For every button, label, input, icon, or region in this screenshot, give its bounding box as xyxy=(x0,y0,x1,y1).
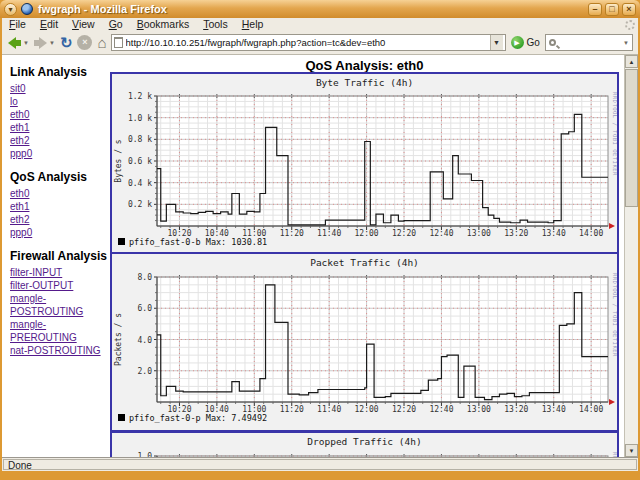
menu-edit[interactable]: Edit xyxy=(33,18,65,31)
svg-text:RRDTOOL / TOBI OETIKER: RRDTOOL / TOBI OETIKER xyxy=(612,92,617,176)
reload-button[interactable]: ↻ xyxy=(59,33,74,53)
svg-text:Packets / s: Packets / s xyxy=(114,313,123,366)
window-controls: –□× xyxy=(588,3,636,16)
dropped-traffic-graph: 1.010:2010:4011:0011:2011:4012:0012:2012… xyxy=(110,431,619,457)
search-input[interactable] xyxy=(558,38,619,48)
status-bar: Done xyxy=(2,457,638,471)
forward-arrow-icon xyxy=(39,37,47,49)
svg-text:13:20: 13:20 xyxy=(504,405,528,414)
menu-help[interactable]: Help xyxy=(235,18,271,31)
back-button[interactable]: ▼ xyxy=(7,33,30,53)
sidebar-link-ppp0[interactable]: ppp0 xyxy=(10,226,110,239)
sidebar-link-eth1[interactable]: eth1 xyxy=(10,121,110,134)
scrollbar-thumb[interactable] xyxy=(625,69,638,207)
scroll-down-button[interactable]: ▼ xyxy=(625,444,638,457)
sidebar-link-lo[interactable]: lo xyxy=(10,95,110,108)
svg-text:12:40: 12:40 xyxy=(429,229,453,238)
sidebar-link-ppp0[interactable]: ppp0 xyxy=(10,147,110,160)
maximize-button[interactable]: □ xyxy=(605,3,619,16)
svg-text:Packet Traffic (4h): Packet Traffic (4h) xyxy=(310,257,419,268)
minimize-button[interactable]: – xyxy=(588,3,602,16)
go-label: Go xyxy=(527,37,540,48)
svg-text:1.0 k: 1.0 k xyxy=(128,114,152,123)
sidebar-link-filter-input[interactable]: filter-INPUT xyxy=(10,266,110,279)
forward-button[interactable]: ▼ xyxy=(33,33,56,53)
svg-text:11:20: 11:20 xyxy=(280,229,304,238)
sidebar-link-nat-postrouting[interactable]: nat-POSTROUTING xyxy=(10,344,110,357)
sidebar-link-eth2[interactable]: eth2 xyxy=(10,213,110,226)
section-title: QoS Analysis xyxy=(10,170,110,184)
sidebar-link-mangle-prerouting[interactable]: mangle-PREROUTING xyxy=(10,318,110,344)
svg-text:0.4 k: 0.4 k xyxy=(128,179,152,188)
svg-text:12:00: 12:00 xyxy=(355,405,379,414)
packet-traffic-graph: 2.04.06.08.010:2010:4011:0011:2011:4012:… xyxy=(110,252,619,432)
svg-text:0.2 k: 0.2 k xyxy=(128,200,152,209)
svg-text:12:40: 12:40 xyxy=(429,405,453,414)
menu-bar: FileEditViewGoBookmarksToolsHelp xyxy=(2,18,638,31)
status-text: Done xyxy=(3,459,637,470)
home-icon: ⌂ xyxy=(97,34,106,52)
menu-go[interactable]: Go xyxy=(102,18,130,31)
svg-text:pfifo_fast-0-p Max: 7.49492: pfifo_fast-0-p Max: 7.49492 xyxy=(129,413,267,423)
svg-text:RRDTOOL / TOBI OETIKER: RRDTOOL / TOBI OETIKER xyxy=(612,273,617,357)
svg-text:11:40: 11:40 xyxy=(317,405,341,414)
navigation-toolbar: ▼ ▼ ↻ × ⌂ ▼ ▶ Go ▼ xyxy=(2,31,638,55)
stop-icon: × xyxy=(77,35,92,50)
svg-text:11:40: 11:40 xyxy=(317,229,341,238)
svg-text:13:40: 13:40 xyxy=(542,229,566,238)
vertical-scrollbar[interactable]: ▲ ▼ xyxy=(624,55,638,457)
menu-items: FileEditViewGoBookmarksToolsHelp xyxy=(2,18,270,31)
menu-bookmarks[interactable]: Bookmarks xyxy=(130,18,197,31)
back-arrow-icon xyxy=(8,37,16,49)
svg-text:pfifo_fast-0-b Max: 1030.81: pfifo_fast-0-b Max: 1030.81 xyxy=(129,237,267,247)
search-dropdown-icon[interactable]: ▼ xyxy=(623,40,629,46)
menu-file[interactable]: File xyxy=(2,18,33,31)
sidebar-link-eth0[interactable]: eth0 xyxy=(10,187,110,200)
svg-text:Byte Traffic (4h): Byte Traffic (4h) xyxy=(316,77,413,88)
back-dropdown-icon[interactable]: ▼ xyxy=(23,40,29,46)
svg-text:8.0: 8.0 xyxy=(138,273,153,282)
svg-text:13:00: 13:00 xyxy=(467,405,491,414)
svg-text:1.2 k: 1.2 k xyxy=(128,92,152,101)
reload-icon: ↻ xyxy=(60,34,73,52)
svg-text:6.0: 6.0 xyxy=(138,304,153,313)
svg-text:13:20: 13:20 xyxy=(504,229,528,238)
sidebar-link-eth1[interactable]: eth1 xyxy=(10,200,110,213)
sidebar-link-eth2[interactable]: eth2 xyxy=(10,134,110,147)
home-button[interactable]: ⌂ xyxy=(96,33,107,53)
page-content: Link Analysissit0loeth0eth1eth2ppp0QoS A… xyxy=(2,55,638,457)
search-box[interactable]: ▼ xyxy=(545,34,633,51)
svg-text:0.8 k: 0.8 k xyxy=(128,135,152,144)
url-dropdown-button[interactable]: ▼ xyxy=(490,35,503,50)
svg-text:13:00: 13:00 xyxy=(467,229,491,238)
section-title: Link Analysis xyxy=(10,65,110,79)
browser-window: ▾ fwgraph - Mozilla Firefox –□× FileEdit… xyxy=(0,0,640,480)
go-icon: ▶ xyxy=(511,36,524,49)
url-input[interactable] xyxy=(126,37,490,48)
menu-view[interactable]: View xyxy=(65,18,102,31)
svg-text:Dropped Traffic (4h): Dropped Traffic (4h) xyxy=(307,436,421,447)
svg-text:12:20: 12:20 xyxy=(392,229,416,238)
sidebar-link-sit0[interactable]: sit0 xyxy=(10,82,110,95)
search-icon xyxy=(549,39,556,46)
window-title: fwgraph - Mozilla Firefox xyxy=(38,3,167,15)
svg-text:2.0: 2.0 xyxy=(138,367,153,376)
forward-dropdown-icon[interactable]: ▼ xyxy=(49,40,55,46)
svg-text:14:00: 14:00 xyxy=(579,229,603,238)
throbber-icon xyxy=(625,20,635,30)
url-bar[interactable]: ▼ xyxy=(111,34,506,51)
sidebar-link-mangle-postrouting[interactable]: mangle-POSTROUTING xyxy=(10,292,110,318)
sidebar-link-filter-output[interactable]: filter-OUTPUT xyxy=(10,279,110,292)
menu-tools[interactable]: Tools xyxy=(196,18,235,31)
scroll-up-button[interactable]: ▲ xyxy=(625,55,638,68)
window-frame xyxy=(0,471,640,480)
svg-text:13:40: 13:40 xyxy=(542,405,566,414)
stop-button[interactable]: × xyxy=(76,33,93,53)
sidebar-link-eth0[interactable]: eth0 xyxy=(10,108,110,121)
window-menu-button[interactable]: ▾ xyxy=(4,3,17,16)
svg-text:14:00: 14:00 xyxy=(579,405,603,414)
go-button[interactable]: ▶ Go xyxy=(509,36,542,49)
title-bar[interactable]: ▾ fwgraph - Mozilla Firefox –□× xyxy=(0,0,640,18)
svg-text:12:00: 12:00 xyxy=(355,229,379,238)
close-button[interactable]: × xyxy=(622,3,636,16)
